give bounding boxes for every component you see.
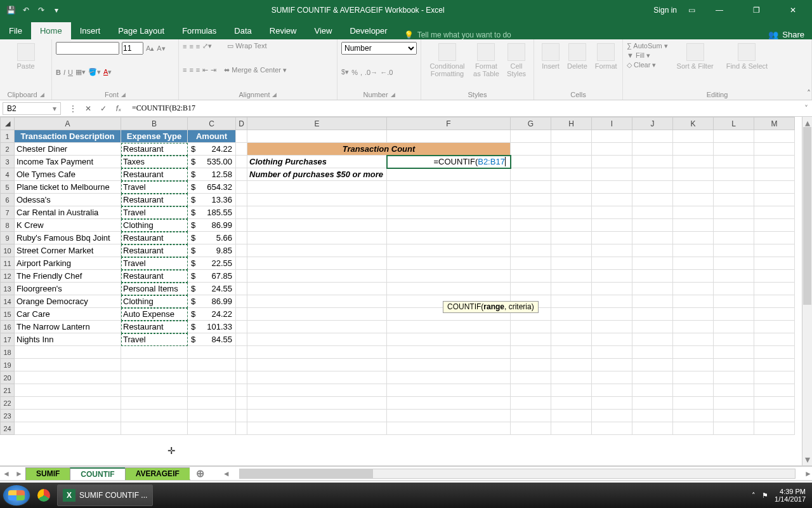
enter-formula-icon[interactable]: ✓ xyxy=(98,104,109,113)
merge-center-button[interactable]: ⬌ Merge & Center ▾ xyxy=(224,66,287,74)
cell[interactable] xyxy=(632,206,673,219)
cell[interactable] xyxy=(632,257,673,270)
cell[interactable] xyxy=(236,181,247,194)
col-header-C[interactable]: C xyxy=(188,117,236,130)
cell[interactable] xyxy=(754,346,795,359)
row-header[interactable]: 18 xyxy=(1,346,15,359)
worksheet-grid[interactable]: ◢ABCDEFGHIJKLM1Transaction DescriptionEx… xyxy=(0,117,812,466)
col-header-B[interactable]: B xyxy=(121,117,188,130)
cell[interactable] xyxy=(236,384,247,397)
cell-A6[interactable]: Odessa's xyxy=(15,194,121,206)
col-header-E[interactable]: E xyxy=(247,117,387,130)
align-center-icon[interactable]: ≡ xyxy=(189,66,193,74)
cell[interactable] xyxy=(511,321,551,333)
align-top-icon[interactable]: ≡ xyxy=(183,43,187,50)
sheet-tab-countif[interactable]: COUNTIF xyxy=(70,467,125,480)
cell[interactable] xyxy=(592,422,632,435)
cell-C17[interactable]: $84.55 xyxy=(188,333,236,346)
cell[interactable] xyxy=(551,244,592,257)
cell[interactable] xyxy=(754,219,795,232)
cell-A2[interactable]: Chester Diner xyxy=(15,143,121,156)
cell[interactable] xyxy=(511,219,551,232)
cell[interactable] xyxy=(754,156,795,168)
cell-B14[interactable]: Clothing xyxy=(121,295,188,308)
cell-A24[interactable] xyxy=(15,422,121,435)
col-header-A[interactable]: A xyxy=(15,117,121,130)
cell[interactable] xyxy=(387,181,511,194)
cell[interactable] xyxy=(511,232,551,244)
cell[interactable] xyxy=(511,270,551,283)
row-header[interactable]: 7 xyxy=(1,206,15,219)
save-icon[interactable]: 💾 xyxy=(5,4,16,16)
cell[interactable] xyxy=(632,283,673,295)
start-button[interactable] xyxy=(3,485,30,506)
tell-me[interactable]: 💡Tell me what you want to do xyxy=(404,30,511,39)
cell[interactable] xyxy=(592,410,632,422)
cell[interactable] xyxy=(511,244,551,257)
cell[interactable] xyxy=(511,371,551,384)
cell[interactable] xyxy=(714,384,754,397)
cell[interactable] xyxy=(632,422,673,435)
cell-B20[interactable] xyxy=(121,371,188,384)
cell[interactable] xyxy=(673,410,714,422)
signin-link[interactable]: Sign in xyxy=(653,6,677,15)
italic-button[interactable]: I xyxy=(63,69,65,76)
row-header[interactable]: 21 xyxy=(1,384,15,397)
cell[interactable] xyxy=(236,244,247,257)
cell[interactable] xyxy=(387,422,511,435)
taskbar-excel[interactable]: XSUMIF COUNTIF ... xyxy=(57,485,153,506)
cell[interactable] xyxy=(754,308,795,321)
cell[interactable] xyxy=(754,397,795,410)
formula-bar[interactable]: =COUNTIF(B2:B17 xyxy=(128,102,801,114)
cell[interactable] xyxy=(754,130,795,143)
cell-C6[interactable]: $13.36 xyxy=(188,194,236,206)
row-header[interactable]: 3 xyxy=(1,156,15,168)
cell[interactable] xyxy=(673,232,714,244)
cell-C2[interactable]: $24.22 xyxy=(188,143,236,156)
cell[interactable] xyxy=(236,422,247,435)
cell-A21[interactable] xyxy=(15,384,121,397)
cell[interactable] xyxy=(754,359,795,371)
cell-A3[interactable]: Income Tax Payment xyxy=(15,156,121,168)
indent-dec-icon[interactable]: ⇤ xyxy=(202,66,208,74)
cell[interactable] xyxy=(236,346,247,359)
cell[interactable] xyxy=(754,257,795,270)
cell[interactable] xyxy=(632,371,673,384)
cell[interactable] xyxy=(551,206,592,219)
cell-A19[interactable] xyxy=(15,359,121,371)
cell[interactable] xyxy=(551,232,592,244)
cell[interactable] xyxy=(632,194,673,206)
cell[interactable] xyxy=(247,308,387,321)
cell[interactable] xyxy=(247,422,387,435)
cell-B23[interactable] xyxy=(121,410,188,422)
autosum-button[interactable]: ∑ AutoSum ▾ xyxy=(627,42,668,50)
align-middle-icon[interactable]: ≡ xyxy=(189,43,193,50)
cell[interactable] xyxy=(714,283,754,295)
cell-A11[interactable]: Airport Parking xyxy=(15,257,121,270)
row-header[interactable]: 6 xyxy=(1,194,15,206)
indent-inc-icon[interactable]: ⇥ xyxy=(211,66,216,74)
minimize-button[interactable]: — xyxy=(707,6,732,15)
cell[interactable] xyxy=(387,244,511,257)
cell-styles-button[interactable]: Cell Styles xyxy=(503,42,530,79)
new-sheet-button[interactable]: ⊕ xyxy=(190,467,211,479)
cell[interactable] xyxy=(551,156,592,168)
cell[interactable] xyxy=(673,422,714,435)
cell[interactable] xyxy=(236,321,247,333)
cell[interactable] xyxy=(247,219,387,232)
summary-row2-label[interactable]: Number of purchases $50 or more xyxy=(247,168,387,181)
cell[interactable] xyxy=(592,270,632,283)
redo-icon[interactable]: ↷ xyxy=(36,4,47,16)
bold-button[interactable]: B xyxy=(56,69,61,76)
font-dialog-icon[interactable]: ◢ xyxy=(121,91,126,98)
cell[interactable] xyxy=(592,397,632,410)
sort-filter-button[interactable]: Sort & Filter xyxy=(673,42,717,71)
cell[interactable] xyxy=(632,219,673,232)
cell[interactable] xyxy=(247,206,387,219)
tray-chevron-icon[interactable]: ˄ xyxy=(752,491,756,500)
cell[interactable] xyxy=(247,410,387,422)
collapse-ribbon-icon[interactable]: ˄ xyxy=(807,89,811,98)
cell[interactable] xyxy=(592,295,632,308)
cell[interactable] xyxy=(714,232,754,244)
cell-C5[interactable]: $654.32 xyxy=(188,181,236,194)
